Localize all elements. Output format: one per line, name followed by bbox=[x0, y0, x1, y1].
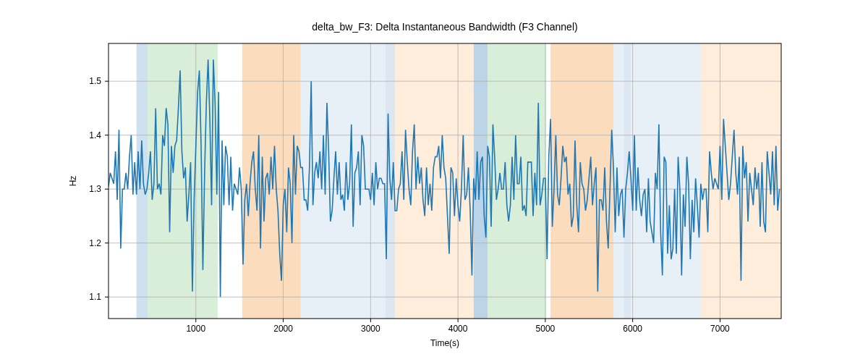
svg-text:1000: 1000 bbox=[186, 324, 205, 334]
svg-text:2000: 2000 bbox=[273, 324, 293, 334]
svg-text:1.5: 1.5 bbox=[89, 76, 101, 86]
chart-title: delta_bw_F3: Delta Instantaneous Bandwid… bbox=[312, 21, 577, 33]
svg-text:5000: 5000 bbox=[536, 324, 556, 334]
line-chart: 10002000300040005000600070001.11.21.31.4… bbox=[0, 0, 868, 362]
svg-rect-12 bbox=[624, 43, 631, 319]
x-axis: 1000200030004000500060007000 bbox=[186, 319, 730, 334]
svg-text:7000: 7000 bbox=[710, 324, 730, 334]
svg-text:1.1: 1.1 bbox=[89, 292, 101, 302]
y-axis: 1.11.21.31.41.5 bbox=[89, 76, 109, 302]
svg-rect-14 bbox=[701, 43, 716, 319]
x-axis-label: Time(s) bbox=[430, 338, 459, 348]
region-bands bbox=[137, 43, 781, 319]
svg-text:6000: 6000 bbox=[623, 324, 642, 334]
svg-rect-11 bbox=[613, 43, 624, 319]
svg-rect-1 bbox=[137, 43, 148, 319]
svg-text:1.2: 1.2 bbox=[89, 238, 101, 248]
svg-text:3000: 3000 bbox=[361, 324, 380, 334]
svg-text:4000: 4000 bbox=[448, 324, 468, 334]
svg-rect-3 bbox=[242, 43, 301, 319]
svg-text:1.3: 1.3 bbox=[89, 184, 101, 194]
y-axis-label: Hz bbox=[68, 176, 78, 187]
chart-container: 10002000300040005000600070001.11.21.31.4… bbox=[0, 0, 868, 362]
svg-text:1.4: 1.4 bbox=[89, 130, 101, 140]
